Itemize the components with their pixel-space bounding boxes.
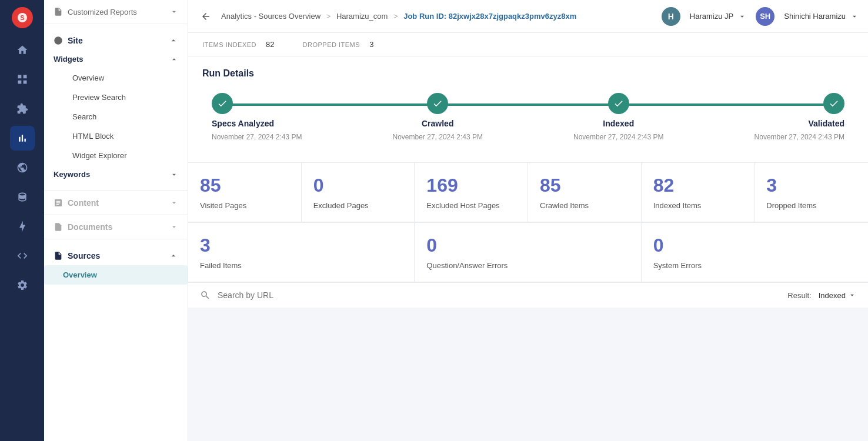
timeline-step-validated: Validated November 27, 2024 2:43 PM <box>755 93 844 141</box>
user-name: Shinichi Haramizu <box>784 12 846 21</box>
widgets-chevron-up-icon <box>170 55 178 64</box>
metric-visited-pages: 85 Visited Pages <box>188 163 302 222</box>
metric-value-qa: 0 <box>426 235 629 256</box>
sidebar-icon-plugin[interactable] <box>10 214 35 239</box>
step-label-indexed: Indexed <box>603 119 634 128</box>
site-label: Site <box>68 36 83 45</box>
documents-label: Documents <box>68 222 112 232</box>
result-dropdown[interactable]: Indexed <box>819 291 856 300</box>
user-avatar: SH <box>756 7 774 26</box>
metric-label-system: System Errors <box>653 261 856 270</box>
metric-label-dropped: Dropped Items <box>766 201 856 210</box>
run-details-title: Run Details <box>202 68 854 79</box>
breadcrumb-sep1: > <box>326 12 333 21</box>
metrics-grid-row2: 3 Failed Items 0 Question/Answer Errors … <box>188 223 868 282</box>
timeline-steps: Specs Analyzed November 27, 2024 2:43 PM… <box>212 93 844 141</box>
content-label: Content <box>68 198 99 208</box>
metrics-grid-row1: 85 Visited Pages 0 Excluded Pages 169 Ex… <box>188 163 868 223</box>
breadcrumb: Analytics - Sources Overview > Haramizu_… <box>221 12 576 21</box>
timeline-step-crawled: Crawled November 27, 2024 2:43 PM <box>393 93 483 141</box>
metric-label-qa: Question/Answer Errors <box>426 261 629 270</box>
nav-item-preview-search[interactable]: Preview Search <box>54 88 188 107</box>
metric-qa-errors: 0 Question/Answer Errors <box>415 223 641 282</box>
sidebar-icon-home[interactable] <box>10 38 35 62</box>
metric-label-excluded-host: Excluded Host Pages <box>426 201 516 210</box>
stats-row: ITEMS INDEXED 82 DROPPED ITEMS 3 <box>202 40 854 49</box>
metric-label-excluded: Excluded Pages <box>313 201 403 210</box>
step-label-validated: Validated <box>809 119 844 128</box>
app-logo[interactable]: S <box>12 7 33 28</box>
org-name: Haramizu JP <box>690 12 733 21</box>
sidebar-icon-chart[interactable] <box>10 126 35 151</box>
step-date-validated: November 27, 2024 2:43 PM <box>755 133 844 141</box>
sidebar-icon-puzzle[interactable] <box>10 96 35 121</box>
documents-chevron-icon <box>170 223 178 231</box>
back-button[interactable] <box>198 8 214 25</box>
site-section-header[interactable]: Site <box>44 31 188 50</box>
step-date-indexed: November 27, 2024 2:43 PM <box>573 133 663 141</box>
content-icon <box>54 198 63 208</box>
nav-item-widget-explorer[interactable]: Widget Explorer <box>54 146 188 165</box>
sidebar-icon-globe[interactable] <box>10 155 35 180</box>
timeline-step-indexed: Indexed November 27, 2024 2:43 PM <box>573 93 663 141</box>
user-info[interactable]: Shinichi Haramizu <box>784 12 859 21</box>
sidebar-icon-grid[interactable] <box>10 67 35 92</box>
nav-item-sources-overview[interactable]: Overview <box>44 265 188 285</box>
metric-value-excluded-host: 169 <box>426 175 516 196</box>
step-circle-specs <box>212 93 233 114</box>
metric-value-system: 0 <box>653 235 856 256</box>
sidebar-icon-settings[interactable] <box>10 273 35 298</box>
result-value: Indexed <box>819 291 846 300</box>
items-indexed-value: 82 <box>266 40 274 49</box>
metric-value-indexed: 82 <box>653 175 743 196</box>
nav-item-html-block[interactable]: HTML Block <box>54 126 188 146</box>
dropped-items-value: 3 <box>369 40 373 49</box>
breadcrumb-active: Job Run ID: 82jxwjx28x7zjgpaqkz3pmv6zyz8… <box>403 12 576 21</box>
sidebar-icon-code[interactable] <box>10 243 35 268</box>
header-actions: H Haramizu JP SH Shinichi Haramizu <box>662 7 859 26</box>
step-date-specs: November 27, 2024 2:43 PM <box>212 133 302 141</box>
report-icon <box>54 7 63 16</box>
step-circle-indexed <box>608 93 629 114</box>
customized-reports-bar[interactable]: Customized Reports <box>44 0 188 24</box>
dropped-items-label: DROPPED ITEMS <box>303 41 360 48</box>
sources-chevron-up-icon <box>169 251 178 260</box>
site-icon <box>54 36 63 45</box>
keywords-row[interactable]: Keywords <box>44 165 188 183</box>
sidebar-icon-database[interactable] <box>10 185 35 209</box>
search-input[interactable] <box>218 290 780 300</box>
content-chevron-icon <box>170 199 178 207</box>
search-icon <box>200 290 211 300</box>
content-row[interactable]: Content <box>44 191 188 215</box>
chevron-down-icon <box>170 8 178 16</box>
org-user-info[interactable]: Haramizu JP <box>690 12 746 21</box>
metric-value-dropped: 3 <box>766 175 856 196</box>
nav-sidebar: Customized Reports Site Widgets Overview <box>44 0 188 441</box>
metric-value-visited: 85 <box>200 175 289 196</box>
sources-section-header[interactable]: Sources <box>44 246 188 265</box>
user-chevron-icon <box>850 12 859 21</box>
nav-item-search[interactable]: Search <box>54 107 188 126</box>
site-section: Site Widgets Overview Preview Search Sea… <box>44 24 188 191</box>
widgets-label: Widgets <box>54 55 83 64</box>
sources-section: Sources Overview <box>44 239 188 292</box>
search-bar: Result: Indexed <box>188 282 868 308</box>
metric-excluded-host: 169 Excluded Host Pages <box>415 163 528 222</box>
keywords-label: Keywords <box>54 170 90 179</box>
step-label-crawled: Crawled <box>422 119 453 128</box>
sources-icon <box>54 251 63 260</box>
breadcrumb-part2: Haramizu_com <box>336 12 388 21</box>
documents-row[interactable]: Documents <box>44 215 188 239</box>
step-circle-validated <box>823 93 844 114</box>
customized-reports-label: Customized Reports <box>68 8 137 16</box>
metric-value-failed: 3 <box>200 235 402 256</box>
result-label: Result: <box>787 291 811 300</box>
metric-label-visited: Visited Pages <box>200 201 289 210</box>
nav-item-overview[interactable]: Overview <box>54 68 188 88</box>
step-circle-crawled <box>427 93 448 114</box>
metric-value-crawled: 85 <box>540 175 629 196</box>
svg-text:S: S <box>20 14 24 21</box>
widgets-header[interactable]: Widgets <box>54 50 188 68</box>
metric-excluded-pages: 0 Excluded Pages <box>302 163 415 222</box>
items-indexed-label: ITEMS INDEXED <box>202 41 256 48</box>
